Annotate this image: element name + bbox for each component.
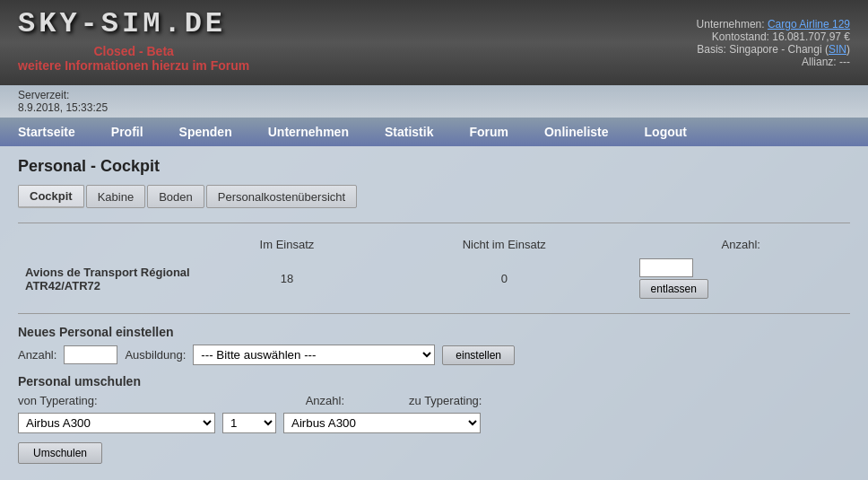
page-title: Personal - Cockpit bbox=[18, 157, 850, 176]
zu-typerating-select[interactable]: Airbus A300 bbox=[283, 413, 481, 433]
alliance-info: Allianz: --- bbox=[697, 56, 850, 68]
retrain-controls-row: Airbus A300 1 Airbus A300 bbox=[18, 413, 850, 433]
von-label: von Typerating: bbox=[18, 394, 98, 407]
tab-cockpit[interactable]: Cockpit bbox=[18, 185, 84, 208]
server-time-label: Serverzeit: bbox=[18, 89, 69, 101]
header: SKY-SIM.DE Closed - Beta weitere Informa… bbox=[0, 0, 868, 85]
logo: SKY-SIM.DE Closed - Beta weitere Informa… bbox=[18, 7, 249, 78]
alliance-value: --- bbox=[839, 56, 850, 68]
tab-personalkosten[interactable]: Personalkostenübersicht bbox=[206, 185, 357, 208]
nav-statistik[interactable]: Statistik bbox=[367, 118, 451, 146]
server-time-value: 8.9.2018, 15:33:25 bbox=[18, 101, 108, 114]
balance-label: Kontostand: bbox=[712, 31, 769, 43]
hire-training-select[interactable]: --- Bitte auswählen --- bbox=[193, 345, 435, 365]
personnel-table: Im Einsatz Nicht im Einsatz Anzahl: Avio… bbox=[18, 234, 850, 302]
alliance-label: Allianz: bbox=[802, 56, 837, 68]
von-typerating-select[interactable]: Airbus A300 bbox=[18, 413, 215, 433]
subtitle-line2: weitere Informationen hierzu im Forum bbox=[18, 58, 249, 73]
retrain-count-select[interactable]: 1 bbox=[222, 413, 276, 433]
balance-value: 16.081.707,97 € bbox=[772, 31, 850, 43]
retrain-labels-row: von Typerating: Anzahl: zu Typerating: bbox=[18, 394, 850, 407]
base-code-link[interactable]: SIN bbox=[829, 43, 846, 56]
company-label: Unternehmen: bbox=[697, 18, 765, 31]
user-info: Unternehmen: Cargo Airline 129 Kontostan… bbox=[697, 18, 850, 68]
fire-button[interactable]: entlassen bbox=[639, 279, 708, 299]
divider-top bbox=[18, 223, 850, 223]
divider-hire bbox=[18, 313, 850, 314]
nav-onlineliste[interactable]: Onlineliste bbox=[526, 118, 627, 146]
tab-boden[interactable]: Boden bbox=[147, 185, 204, 208]
logo-text: SKY-SIM.DE bbox=[18, 7, 249, 40]
nav-profil[interactable]: Profil bbox=[93, 118, 161, 146]
retrain-button-row: Umschulen bbox=[18, 433, 850, 464]
aircraft-name: Avions de Transport Régional ATR42/ATR72 bbox=[18, 255, 197, 302]
company-info: Unternehmen: Cargo Airline 129 bbox=[697, 18, 850, 31]
hire-row: Anzahl: Ausbildung: --- Bitte auswählen … bbox=[18, 345, 850, 365]
tab-bar: Cockpit Kabine Boden Personalkostenübers… bbox=[18, 185, 850, 208]
nav-forum[interactable]: Forum bbox=[451, 118, 526, 146]
col-count-header: Anzahl: bbox=[632, 234, 850, 255]
retrain-section-title: Personal umschulen bbox=[18, 374, 850, 388]
anzahl-label: Anzahl: bbox=[306, 394, 344, 407]
base-label: Basis: bbox=[697, 43, 726, 56]
nav-logout[interactable]: Logout bbox=[627, 118, 705, 146]
table-row: Avions de Transport Régional ATR42/ATR72… bbox=[18, 255, 850, 302]
company-link[interactable]: Cargo Airline 129 bbox=[768, 18, 850, 31]
deployed-count: 18 bbox=[197, 255, 377, 302]
nav-unternehmen[interactable]: Unternehmen bbox=[250, 118, 367, 146]
base-info: Basis: Singapore - Changi (SIN) bbox=[697, 43, 850, 56]
base-value: Singapore - Changi bbox=[729, 43, 821, 56]
hire-button[interactable]: einstellen bbox=[442, 345, 515, 365]
col-deployed-header: Im Einsatz bbox=[197, 234, 377, 255]
server-time-bar: Serverzeit: 8.9.2018, 15:33:25 bbox=[0, 85, 868, 118]
nav-startseite[interactable]: Startseite bbox=[0, 118, 93, 146]
dismiss-count-input[interactable] bbox=[639, 258, 693, 277]
tab-kabine[interactable]: Kabine bbox=[86, 185, 145, 208]
nav-spenden[interactable]: Spenden bbox=[161, 118, 250, 146]
col-aircraft bbox=[18, 234, 197, 255]
hire-section-title: Neues Personal einstellen bbox=[18, 325, 850, 339]
zu-label: zu Typerating: bbox=[409, 394, 482, 407]
hire-count-input[interactable] bbox=[64, 345, 117, 364]
hire-ausbildung-label: Ausbildung: bbox=[125, 348, 186, 362]
not-deployed-count: 0 bbox=[377, 255, 632, 302]
col-not-deployed-header: Nicht im Einsatz bbox=[377, 234, 632, 255]
balance-info: Kontostand: 16.081.707,97 € bbox=[697, 31, 850, 43]
main-nav: Startseite Profil Spenden Unternehmen St… bbox=[0, 118, 868, 146]
retrain-button[interactable]: Umschulen bbox=[18, 442, 102, 464]
fire-cell: entlassen bbox=[632, 255, 850, 302]
subtitle-line1: Closed - Beta bbox=[18, 44, 249, 58]
main-content: Personal - Cockpit Cockpit Kabine Boden … bbox=[0, 146, 868, 480]
hire-anzahl-label: Anzahl: bbox=[18, 348, 56, 362]
